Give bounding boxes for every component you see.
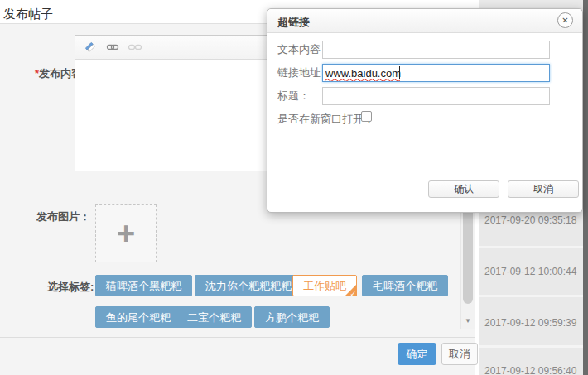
check-icon: ✓ xyxy=(349,291,356,298)
timestamp-cell: 2017-09-12 10:00:44 xyxy=(479,266,583,277)
tag-button[interactable]: 二宝个粑粑 xyxy=(176,306,252,328)
upload-image-button[interactable]: + xyxy=(95,204,157,262)
link-address-input[interactable] xyxy=(322,64,550,82)
dialog-header: 超链接 ✕ xyxy=(267,9,582,33)
link-address-field xyxy=(322,64,550,82)
submit-button[interactable]: 确定 xyxy=(398,343,436,365)
new-window-label: 是否在新窗口打开： xyxy=(277,112,374,127)
screen: 发布帖子 ✕ *发布内容： xyxy=(0,0,588,375)
eraser-icon[interactable] xyxy=(83,40,98,55)
tags-label: 选择标签: xyxy=(47,280,94,295)
row-separator xyxy=(479,345,583,348)
title-input[interactable] xyxy=(322,87,550,105)
title-label: 标题： xyxy=(277,87,310,105)
dialog-confirm-button[interactable]: 确认 xyxy=(428,180,499,198)
plus-icon: + xyxy=(117,218,135,249)
timestamp-cell: 2017-09-12 09:56:40 xyxy=(479,365,583,375)
cancel-button[interactable]: 取消 xyxy=(441,343,478,365)
link-icon[interactable] xyxy=(105,40,120,55)
hyperlink-dialog: 超链接 ✕ 文本内容： 链接地址： 标题： 是否在新窗口打开： 确认 取消 xyxy=(267,8,583,213)
row-separator xyxy=(479,246,583,248)
images-label: 发布图片： xyxy=(36,209,90,224)
dialog-cancel-button[interactable]: 取消 xyxy=(508,180,579,198)
close-icon[interactable]: ✕ xyxy=(557,12,573,28)
tag-button[interactable]: 猫啤酒个黑粑粑 xyxy=(95,275,192,296)
page-scrollbar[interactable] xyxy=(583,0,588,375)
new-window-checkbox[interactable] xyxy=(361,111,372,122)
dialog-title: 超链接 xyxy=(277,15,310,30)
tag-button[interactable]: 方鹏个粑粑 xyxy=(254,306,330,328)
tag-button[interactable]: 沈力你个粑粑粑粑 xyxy=(195,275,302,296)
unlink-icon[interactable] xyxy=(128,40,142,55)
timestamp-cell: 2017-09-12 09:59:39 xyxy=(479,317,583,329)
tag-button[interactable]: 毛啤酒个粑粑 xyxy=(362,275,448,296)
timestamp-cell: 2017-09-20 09:35:18 xyxy=(479,214,583,226)
tag-button-selected[interactable]: 工作贴吧 ✓ xyxy=(292,275,357,296)
page-title: 发布帖子 xyxy=(3,7,53,22)
scroll-down-arrow-icon[interactable]: ▼ xyxy=(461,315,475,328)
text-content-input[interactable] xyxy=(322,41,550,59)
row-separator xyxy=(479,295,583,297)
divider xyxy=(0,337,475,338)
tag-button[interactable]: 鱼的尾个粑粑 xyxy=(95,306,181,328)
